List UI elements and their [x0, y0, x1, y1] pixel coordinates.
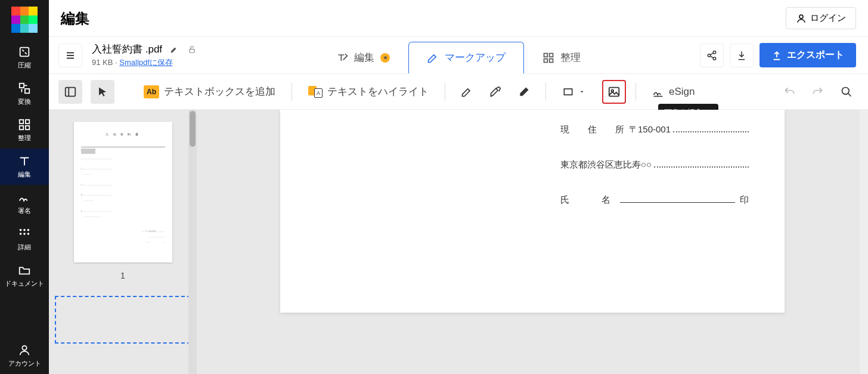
panel-icon	[64, 85, 77, 98]
sidebar-item-more[interactable]: 詳細	[0, 221, 49, 258]
pen-tool[interactable]	[455, 80, 479, 104]
svg-point-12	[27, 233, 30, 235]
svg-rect-19	[550, 58, 553, 62]
divider	[545, 83, 546, 101]
left-sidebar: 圧縮 変換 整理 編集 署名 詳細 ドキュメント アカウント	[0, 0, 49, 374]
sidebar-item-documents[interactable]: ドキュメント	[0, 258, 49, 294]
svg-point-22	[713, 57, 716, 60]
doc-size: 91 KB	[92, 58, 113, 67]
thumbnail-scrollbar[interactable]	[188, 110, 197, 374]
svg-rect-24	[564, 89, 572, 95]
dotted-line	[673, 125, 749, 132]
add-page-dropzone[interactable]	[55, 296, 191, 344]
unlock-icon[interactable]	[186, 44, 198, 55]
svg-rect-23	[66, 87, 76, 96]
edit-text-icon	[336, 52, 348, 64]
workspace: 入 社 誓 約 書 ..............................…	[49, 110, 868, 374]
export-button[interactable]: エクスポート	[760, 43, 856, 67]
page-scrollbar[interactable]	[860, 110, 868, 374]
page-viewport[interactable]: 現 住 所 〒150-001 東京都渋谷区恵比寿○○ 氏 名 印	[197, 110, 868, 374]
esign-tool[interactable]: eSign	[646, 80, 701, 104]
insert-image-tool[interactable]	[602, 80, 626, 104]
redo-button[interactable]	[806, 80, 830, 104]
sidebar-label: 編集	[18, 170, 31, 179]
sidebar-item-account[interactable]: アカウント	[0, 338, 49, 374]
text-icon	[18, 154, 31, 168]
doc-info: 入社誓約書 .pdf 91 KB · Smallpdfに保存	[92, 42, 198, 68]
svg-rect-2	[25, 89, 29, 93]
app-logo[interactable]	[11, 7, 38, 33]
thumb-title: 入 社 誓 約 書	[81, 132, 165, 137]
tool-label: eSign	[669, 86, 695, 98]
cursor-icon	[97, 86, 108, 97]
cursor-tool[interactable]	[91, 80, 114, 104]
convert-icon	[18, 82, 31, 95]
doc-menu-button[interactable]	[58, 44, 82, 67]
dotted-line	[654, 160, 749, 168]
thumbnail-page-1[interactable]: 入 社 誓 約 書 ..............................…	[74, 122, 172, 262]
highlight-text-tool[interactable]: A テキストをハイライト	[302, 80, 435, 104]
svg-point-8	[23, 229, 26, 231]
textbox-icon: Ab	[144, 85, 159, 98]
svg-rect-15	[190, 49, 194, 52]
user-icon	[796, 13, 807, 24]
tab-edit[interactable]: 編集 ★	[318, 41, 408, 73]
login-button[interactable]: ログイン	[786, 7, 856, 29]
svg-rect-1	[20, 84, 24, 88]
eraser-icon	[518, 86, 530, 98]
add-textbox-tool[interactable]: Ab テキストボックスを追加	[137, 80, 282, 104]
sidebar-item-edit[interactable]: 編集	[0, 149, 49, 185]
sidebar-item-sign[interactable]: 署名	[0, 185, 49, 221]
saved-link[interactable]: Smallpdfに保存	[119, 58, 173, 67]
svg-point-27	[842, 87, 850, 94]
svg-rect-0	[20, 48, 29, 57]
tool-label: テキストボックスを追加	[164, 85, 275, 98]
search-icon	[841, 86, 852, 98]
grid-icon	[542, 52, 554, 64]
page-title: 編集	[61, 9, 89, 28]
pen-icon	[461, 86, 473, 98]
undo-button[interactable]	[777, 80, 801, 104]
pencil-icon[interactable]	[168, 44, 180, 55]
undo-icon	[783, 86, 795, 98]
highlighter-tool[interactable]	[483, 80, 507, 104]
share-button[interactable]	[700, 44, 724, 67]
svg-rect-4	[26, 120, 29, 123]
thumbnail-panel: 入 社 誓 約 書 ..............................…	[49, 110, 197, 374]
sidebar-item-compress[interactable]: 圧縮	[0, 39, 49, 76]
download-button[interactable]	[730, 44, 754, 67]
shape-tool[interactable]	[556, 80, 591, 104]
export-label: エクスポート	[787, 49, 844, 61]
address-line2: 東京都渋谷区恵比寿○○	[560, 159, 652, 171]
eraser-tool[interactable]	[512, 80, 536, 104]
tab-organize[interactable]: 整理	[524, 41, 599, 73]
svg-point-7	[20, 229, 22, 231]
sidebar-item-organize[interactable]: 整理	[0, 112, 49, 149]
sidebar-label: 圧縮	[18, 61, 31, 70]
image-icon	[607, 85, 621, 98]
sidebar-item-convert[interactable]: 変換	[0, 76, 49, 112]
divider	[636, 83, 636, 101]
menu-icon	[65, 50, 76, 61]
svg-point-11	[23, 233, 26, 235]
address-value: 〒150-001	[629, 124, 671, 135]
divider	[292, 83, 292, 101]
export-icon	[771, 50, 782, 61]
tab-label: 整理	[560, 51, 581, 64]
sidebar-label: ドキュメント	[5, 279, 44, 288]
signature-icon	[18, 191, 31, 204]
svg-rect-17	[550, 53, 553, 57]
grid-icon	[18, 118, 31, 131]
sidebar-label: 整理	[18, 134, 31, 143]
star-badge-icon: ★	[380, 53, 390, 63]
redo-icon	[812, 86, 824, 98]
svg-rect-5	[20, 126, 23, 129]
search-button[interactable]	[835, 80, 858, 104]
document-page[interactable]: 現 住 所 〒150-001 東京都渋谷区恵比寿○○ 氏 名 印	[280, 110, 785, 313]
panel-toggle-button[interactable]	[58, 80, 82, 104]
doc-meta: 91 KB · Smallpdfに保存	[92, 57, 198, 68]
divider	[445, 83, 445, 101]
sidebar-label: アカウント	[8, 359, 41, 368]
tab-markup[interactable]: マークアップ	[408, 42, 524, 74]
doc-filename: 入社誓約書 .pdf	[92, 42, 162, 56]
